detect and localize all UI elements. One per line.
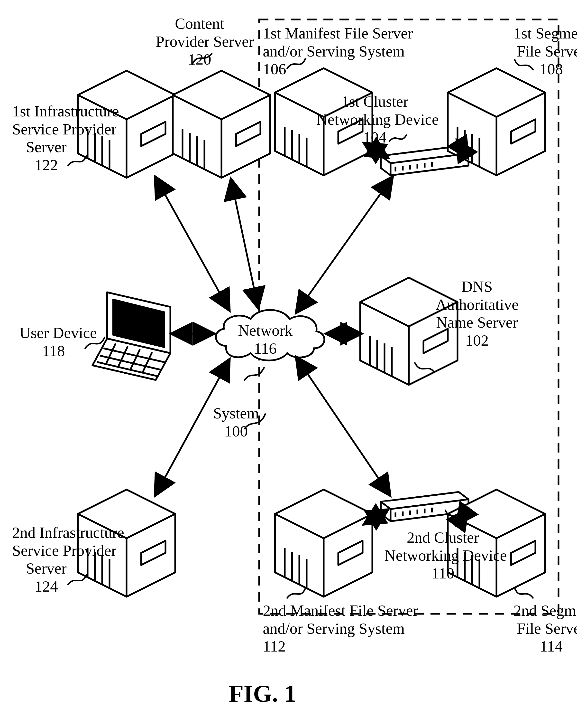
user-label: User Device 118 bbox=[20, 324, 88, 360]
svg-line-23 bbox=[297, 358, 389, 494]
infra1-label: 1st Infrastructure Service Provider Serv… bbox=[12, 102, 80, 174]
diagram-page: 1st Infrastructure Service Provider Serv… bbox=[0, 0, 577, 728]
cluster1-label: 1st Cluster Networking Device 104 bbox=[317, 93, 433, 147]
cluster2-label: 2nd Cluster Networking Device 110 bbox=[385, 528, 501, 582]
segment2-label: 2nd Segment File Server 114 bbox=[514, 602, 577, 655]
user-device-icon bbox=[92, 292, 170, 380]
svg-line-21 bbox=[297, 178, 392, 312]
manifest2-server-icon bbox=[275, 490, 372, 597]
svg-line-18 bbox=[231, 180, 258, 307]
content-label: Content Provider Server 120 bbox=[156, 15, 243, 69]
manifest1-label: 1st Manifest File Server and/or Serving … bbox=[263, 24, 399, 78]
figure-caption: FIG. 1 bbox=[229, 679, 296, 707]
manifest2-label: 2nd Manifest File Server and/or Serving … bbox=[263, 602, 399, 655]
segment1-label: 1st Segment File Server 108 bbox=[514, 24, 577, 78]
network-label: Network 116 bbox=[233, 321, 297, 357]
dns-label: DNS Authoritative Name Server 102 bbox=[436, 278, 518, 349]
svg-line-17 bbox=[156, 178, 229, 309]
system-label: System 100 bbox=[207, 404, 265, 440]
content-server-icon bbox=[173, 71, 270, 178]
infra2-label: 2nd Infrastructure Service Provider Serv… bbox=[12, 524, 80, 595]
